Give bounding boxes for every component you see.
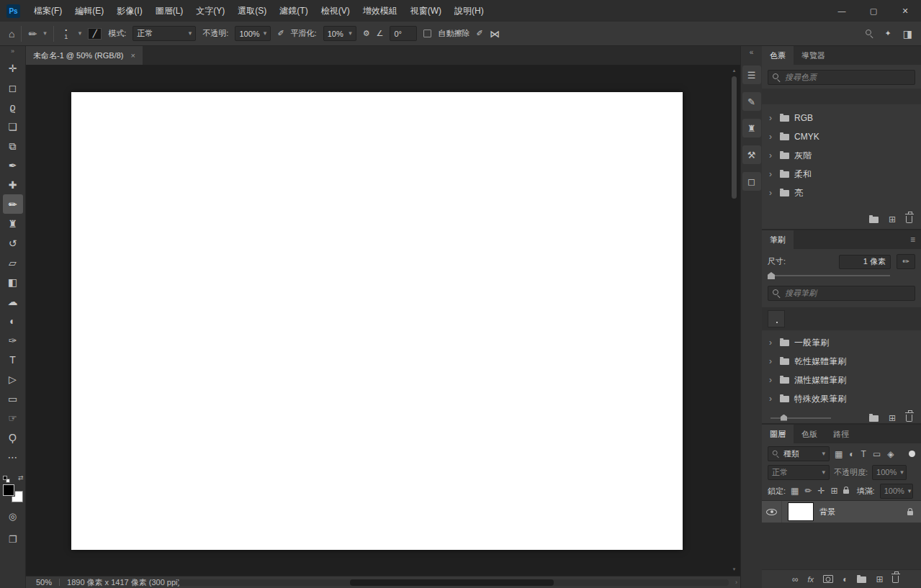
auto-erase-checkbox[interactable] [423,30,431,37]
brush-preview-toggle[interactable]: ✏ [897,254,915,269]
hand-tool[interactable]: ☞ [3,408,23,428]
opacity-pressure-icon[interactable]: ✐ [277,30,284,37]
layer-thumbnail[interactable] [789,503,813,520]
swatch-group-row[interactable]: › 灰階 [762,146,921,165]
gradient-tool[interactable]: ◧ [3,272,23,291]
filter-adjustment-layers-icon[interactable]: ◐ [849,450,854,458]
chevron-right-icon[interactable]: › [769,356,775,366]
minimize-button[interactable]: — [826,0,858,22]
swatch-group-row[interactable]: › RGB [762,109,921,127]
panel-menu-icon[interactable]: ≡ [904,230,921,249]
lock-pixels-icon[interactable]: ✏ [804,487,812,495]
history-brush-tool[interactable]: ↺ [3,233,23,253]
layer-blend-mode-dropdown[interactable]: 正常 ▾ [768,465,830,480]
smoothing-dropdown[interactable]: 10% ▾ [323,26,356,41]
chevron-right-icon[interactable]: › [769,113,775,123]
chevron-right-icon[interactable]: › [769,132,775,142]
tab-brushes[interactable]: 筆刷 [762,230,794,249]
document-canvas[interactable] [71,92,683,550]
quick-mask-button[interactable]: ◎ [3,507,23,525]
filter-type-layers-icon[interactable]: T [861,450,866,458]
scroll-left-icon[interactable]: ‹ [170,579,172,586]
screen-mode-button[interactable]: ❐ [3,530,23,548]
new-brush-icon[interactable]: ⊞ [889,414,896,422]
horizontal-scrollbar[interactable]: ‹ › [179,579,729,586]
foreground-color-swatch[interactable] [3,484,14,496]
lasso-tool[interactable]: ϱ [3,97,23,117]
eyedropper-tool[interactable]: ✒ [3,155,23,175]
swatch-search-input[interactable]: 搜尋色票 [768,70,915,85]
menu-item[interactable]: 文字(Y) [189,0,231,22]
scroll-right-icon[interactable]: › [735,579,737,586]
new-adjustment-layer-icon[interactable]: ◐ [843,575,848,584]
new-layer-icon[interactable]: ⊞ [876,575,883,584]
vertical-scrollbar-thumb[interactable] [732,76,737,199]
brush-group-row[interactable]: › 特殊效果筆刷 [762,389,921,408]
vertical-scrollbar[interactable]: ▴ ▾ [730,68,738,572]
menu-item[interactable]: 編輯(E) [68,0,110,22]
menu-item[interactable]: 說明(H) [448,0,490,22]
filter-pixel-layers-icon[interactable]: ▦ [835,450,843,458]
zoom-level[interactable]: 50% [36,578,52,587]
crop-tool[interactable]: ⧉ [3,136,23,155]
active-tool-icon[interactable]: ✏ [28,29,37,39]
brush-footer-slider[interactable] [771,414,831,422]
pen-tool[interactable]: ✑ [3,330,23,350]
layer-filter-toggle[interactable] [909,451,915,457]
lock-position-icon[interactable]: ✛ [817,487,825,495]
move-tool[interactable]: ✛ [3,58,23,78]
brush-search-input[interactable]: 搜尋筆刷 [768,286,915,301]
layer-visibility-cell[interactable] [762,501,782,523]
clone-stamp-tool[interactable]: ♜ [3,214,23,233]
brush-group-row[interactable]: › 一般筆刷 [762,333,921,352]
menu-item[interactable]: 影像(I) [110,0,148,22]
delete-layer-icon[interactable] [892,576,899,583]
blur-tool[interactable]: ☁ [3,291,23,311]
layer-style-fx-icon[interactable]: fx [808,575,814,584]
add-layer-mask-icon[interactable] [823,575,833,583]
type-tool[interactable]: T [3,350,23,369]
chevron-right-icon[interactable]: › [769,394,775,404]
brush-settings-panel-toggle[interactable]: ╱ [88,28,102,40]
clone-source-panel-icon[interactable]: ♜ [742,119,761,137]
layer-fill-dropdown[interactable]: 100% ▾ [880,484,913,499]
slider-thumb[interactable] [781,415,787,421]
new-group-icon[interactable] [869,217,879,223]
brushes-panel-icon[interactable]: ✎ [742,92,761,111]
new-swatch-icon[interactable]: ⊞ [889,215,896,224]
paint-symmetry-icon[interactable]: ⋈ [490,29,500,39]
brush-size-slider[interactable] [768,271,890,281]
chevron-right-icon[interactable]: › [769,169,775,179]
slider-thumb[interactable] [768,272,775,279]
brush-preset-picker[interactable]: • 1 [60,27,72,40]
marquee-tool[interactable]: ◻ [3,78,23,97]
search-icon[interactable] [866,30,873,37]
swap-colors-icon[interactable]: ⇄ [18,474,24,481]
chevron-right-icon[interactable]: › [769,188,775,198]
horizontal-scrollbar-thumb[interactable] [350,579,554,586]
lock-all-icon[interactable] [843,489,849,494]
lock-transparency-icon[interactable]: ▦ [791,487,799,495]
brush-group-row[interactable]: › 乾性媒體筆刷 [762,352,921,371]
panel-tab[interactable]: 色版 [794,425,825,443]
panel-tab[interactable]: 路徑 [825,425,857,443]
panel-tab[interactable]: 色票 [762,46,794,65]
swatch-group-row[interactable]: › 柔和 [762,165,921,184]
link-layers-icon[interactable]: ∞ [792,575,799,584]
layer-opacity-dropdown[interactable]: 100% ▾ [872,465,907,480]
menu-item[interactable]: 濾鏡(T) [273,0,314,22]
swatch-group-row[interactable]: › 亮 [762,184,921,202]
object-selection-tool[interactable]: ❏ [3,117,23,136]
size-pressure-icon[interactable]: ✐ [476,30,482,37]
swatch-group-row[interactable]: › CMYK [762,127,921,146]
document-tab[interactable]: 未命名-1 @ 50% (RGB/8) × [26,46,143,65]
discover-icon[interactable]: ✦ [885,30,891,37]
layer-filter-dropdown[interactable]: 種類 ▾ [768,446,830,461]
layer-row[interactable]: 背景 [762,501,921,523]
chevron-right-icon[interactable]: › [769,338,775,348]
brush-angle-input[interactable]: 0° [390,26,417,41]
filter-smart-objects-icon[interactable]: ◈ [887,450,894,458]
menu-item[interactable]: 增效模組 [356,0,404,22]
brush-group-row[interactable]: › 濕性媒體筆刷 [762,371,921,389]
maximize-button[interactable]: ▢ [858,0,889,22]
